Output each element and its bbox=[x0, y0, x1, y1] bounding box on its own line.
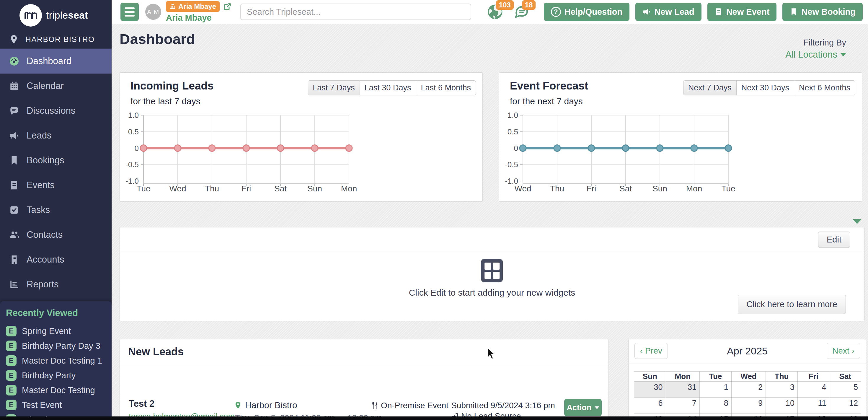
recent-item[interactable]: E Test Event bbox=[6, 397, 112, 412]
event-badge: E bbox=[6, 326, 17, 336]
sidebar-item-dashboard[interactable]: Dashboard bbox=[0, 49, 112, 73]
bank-icon bbox=[169, 3, 176, 10]
recent-item[interactable]: E Master Doc Testing bbox=[6, 383, 112, 397]
calendar-day-cell[interactable]: 11 bbox=[798, 397, 829, 414]
calendar-day-cell[interactable]: 2 bbox=[731, 382, 766, 397]
calendar-day-cell[interactable]: 9 bbox=[731, 397, 766, 414]
lead-venue: Harbor Bistro bbox=[234, 400, 297, 410]
lead-action-button[interactable]: Action bbox=[564, 399, 602, 416]
calendar-day-cell[interactable]: 10 bbox=[766, 397, 798, 414]
chart-title: Incoming Leads bbox=[130, 80, 214, 92]
venue-selector[interactable]: HARBOR BISTRO bbox=[0, 30, 112, 49]
calendar-day-cell[interactable]: 4 bbox=[798, 382, 829, 397]
brand-name: tripleseat bbox=[46, 10, 88, 21]
collapse-caret-icon[interactable] bbox=[852, 219, 862, 224]
megaphone-icon bbox=[643, 8, 651, 16]
new-booking-button[interactable]: New Booking bbox=[782, 3, 863, 21]
lead-name-link[interactable]: Test 2 bbox=[129, 398, 154, 409]
recent-item-label: Master Doc Testing bbox=[22, 385, 95, 395]
calendar-day-cell[interactable]: 3 bbox=[766, 382, 798, 397]
new-lead-button[interactable]: New Lead bbox=[636, 3, 701, 21]
chevron-down-icon bbox=[595, 407, 599, 409]
recent-item[interactable]: E Birthday Party Day 3 bbox=[6, 338, 112, 353]
range-button[interactable]: Next 7 Days bbox=[683, 80, 737, 95]
calendar-body: 303112345678910111213141516171819 bbox=[634, 382, 861, 420]
sidebar-item-label: Events bbox=[27, 180, 55, 190]
new-leads-header: New Leads bbox=[120, 339, 609, 364]
calendar-day-cell[interactable]: 5 bbox=[829, 382, 861, 397]
new-leads-card: New Leads Test 2 teresa.belmontee@gmail.… bbox=[120, 339, 609, 420]
discussions-notification[interactable]: 18 bbox=[512, 3, 530, 21]
event-forecast-card: Event Forecast for the next 7 days Next … bbox=[499, 72, 862, 202]
recent-item[interactable]: E Birthday Party bbox=[6, 368, 112, 383]
sidebar-item-label: Accounts bbox=[27, 254, 64, 265]
edit-widgets-button[interactable]: Edit bbox=[818, 232, 850, 248]
learn-more-button[interactable]: Click here to learn more bbox=[738, 295, 846, 314]
range-button[interactable]: Next 6 Months bbox=[794, 80, 855, 95]
range-button[interactable]: Next 30 Days bbox=[737, 80, 794, 95]
menu-toggle-button[interactable] bbox=[120, 3, 139, 21]
sidebar-item-bookings[interactable]: Bookings bbox=[0, 148, 112, 173]
topbar: A M Aria Mbaye Aria Mbaye 103 bbox=[112, 0, 868, 24]
brand-logo[interactable]: tripleseat bbox=[0, 0, 112, 30]
tripleseat-logo-icon bbox=[20, 4, 42, 27]
sidebar-item-tasks[interactable]: Tasks bbox=[0, 198, 112, 222]
calendar-day-cell[interactable]: 12 bbox=[829, 397, 861, 414]
gauge-icon bbox=[9, 56, 20, 66]
chevron-right-icon: › bbox=[852, 346, 855, 356]
venue-name: HARBOR BISTRO bbox=[25, 35, 95, 44]
external-link-icon[interactable] bbox=[223, 2, 232, 11]
calendar-day-cell[interactable]: 6 bbox=[634, 397, 666, 414]
user-name[interactable]: Aria Mbaye bbox=[166, 13, 232, 23]
recent-item[interactable]: E Spring Event bbox=[6, 324, 112, 338]
web-leads-notification[interactable]: 103 bbox=[486, 3, 504, 21]
svg-text:0.5: 0.5 bbox=[128, 127, 139, 136]
location-pin-icon bbox=[234, 401, 242, 409]
calendar-day-cell[interactable]: 8 bbox=[700, 397, 732, 414]
svg-text:1.0: 1.0 bbox=[507, 111, 518, 120]
sidebar-item-label: Reports bbox=[27, 279, 59, 290]
svg-text:Tue: Tue bbox=[721, 184, 735, 193]
range-button[interactable]: Last 7 Days bbox=[308, 80, 360, 95]
svg-text:Sun: Sun bbox=[307, 184, 322, 193]
user-venue-chip[interactable]: Aria Mbaye bbox=[166, 1, 220, 12]
calendar-day-cell[interactable]: 31 bbox=[666, 382, 700, 397]
book-icon bbox=[714, 8, 723, 16]
event-badge: E bbox=[6, 400, 17, 410]
sidebar-item-leads[interactable]: Leads bbox=[0, 123, 112, 148]
filtering-by-label: Filtering By bbox=[785, 38, 846, 48]
widgets-edit-bar: Edit bbox=[120, 228, 864, 251]
user-chip-label: Aria Mbaye bbox=[178, 2, 216, 11]
calendar-day-cell[interactable]: 7 bbox=[666, 397, 700, 414]
chart-subtitle: for the last 7 days bbox=[130, 96, 200, 106]
svg-text:Fri: Fri bbox=[587, 184, 596, 193]
avatar[interactable]: A M bbox=[145, 4, 161, 20]
incoming-leads-chart: TueWedThuFriSatSunMon1.00.50-0.5-1.0 bbox=[120, 111, 362, 200]
sidebar-item-discussions[interactable]: Discussions bbox=[0, 98, 112, 123]
calendar-day-cell[interactable]: 1 bbox=[700, 382, 732, 397]
sidebar-item-label: Dashboard bbox=[27, 56, 71, 66]
calendar-next-button[interactable]: Next › bbox=[827, 343, 860, 359]
svg-text:Mon: Mon bbox=[686, 184, 702, 193]
range-button[interactable]: Last 6 Months bbox=[416, 80, 476, 95]
sidebar-item-contacts[interactable]: Contacts bbox=[0, 222, 112, 247]
sidebar-item-reports[interactable]: Reports bbox=[0, 272, 112, 297]
location-filter-dropdown[interactable]: All Locations bbox=[785, 49, 846, 60]
calendar-day-header: Wed bbox=[731, 371, 766, 382]
search-input[interactable] bbox=[240, 4, 471, 20]
megaphone-icon bbox=[9, 130, 20, 141]
svg-text:Sat: Sat bbox=[274, 184, 287, 193]
range-button[interactable]: Last 30 Days bbox=[360, 80, 416, 95]
calendar-day-cell[interactable]: 30 bbox=[634, 382, 666, 397]
event-badge: E bbox=[6, 340, 17, 351]
building-icon bbox=[9, 254, 20, 265]
sidebar: tripleseat HARBOR BISTRO Dashboard bbox=[0, 0, 112, 420]
help-question-button[interactable]: ? Help/Question bbox=[544, 3, 630, 21]
recent-item-label: Master Doc Testing 1 bbox=[22, 356, 102, 366]
sidebar-item-accounts[interactable]: Accounts bbox=[0, 247, 112, 272]
new-event-button[interactable]: New Event bbox=[707, 3, 777, 21]
recent-item[interactable]: E Master Doc Testing 1 bbox=[6, 353, 112, 368]
location-filter: Filtering By All Locations bbox=[785, 38, 846, 60]
sidebar-item-events[interactable]: Events bbox=[0, 173, 112, 198]
sidebar-item-calendar[interactable]: Calendar bbox=[0, 73, 112, 98]
